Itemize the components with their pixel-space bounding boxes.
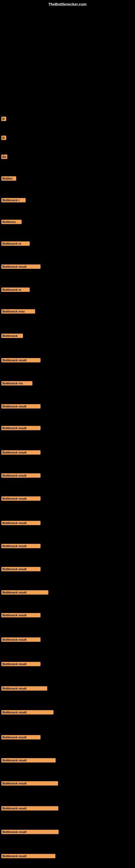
label-19: Bottleneck result bbox=[1, 521, 41, 525]
label-29: Bottleneck result bbox=[1, 758, 56, 763]
label-21: Bottleneck result bbox=[1, 567, 41, 571]
label-5: Bottleneck r bbox=[1, 198, 26, 203]
label-12: Bottleneck result bbox=[1, 358, 41, 362]
label-6: Bottlenec bbox=[1, 220, 21, 224]
label-14: Bottleneck result bbox=[1, 404, 41, 408]
label-3: Bo bbox=[1, 155, 7, 159]
label-28: Bottleneck result bbox=[1, 735, 41, 739]
label-32: Bottleneck result bbox=[1, 830, 58, 834]
label-18: Bottleneck result bbox=[1, 496, 41, 501]
label-4: Bottlen bbox=[1, 176, 16, 181]
label-15: Bottleneck result bbox=[1, 426, 41, 430]
label-1: B bbox=[1, 117, 6, 121]
label-10: Bottleneck resu bbox=[1, 309, 35, 314]
label-22: Bottleneck result bbox=[1, 590, 48, 595]
label-25: Bottleneck result bbox=[1, 662, 41, 666]
label-11: Bottleneck bbox=[1, 334, 23, 338]
label-2: B bbox=[1, 135, 6, 140]
label-30: Bottleneck result bbox=[1, 781, 58, 785]
label-13: Bottleneck res bbox=[1, 381, 32, 385]
label-33: Bottleneck result bbox=[1, 854, 55, 858]
label-24: Bottleneck result bbox=[1, 638, 41, 642]
label-7: Bottleneck re bbox=[1, 241, 30, 246]
label-27: Bottleneck result bbox=[1, 710, 53, 714]
site-title: TheBottlenecker.com bbox=[48, 2, 87, 6]
label-17: Bottleneck result bbox=[1, 473, 41, 478]
label-23: Bottleneck result bbox=[1, 613, 41, 617]
label-8: Bottleneck result bbox=[1, 265, 41, 269]
label-31: Bottleneck result bbox=[1, 806, 58, 810]
label-20: Bottleneck result bbox=[1, 544, 41, 548]
label-26: Bottleneck result bbox=[1, 686, 47, 691]
label-9: Bottleneck re bbox=[1, 287, 30, 292]
label-16: Bottleneck result bbox=[1, 450, 41, 455]
